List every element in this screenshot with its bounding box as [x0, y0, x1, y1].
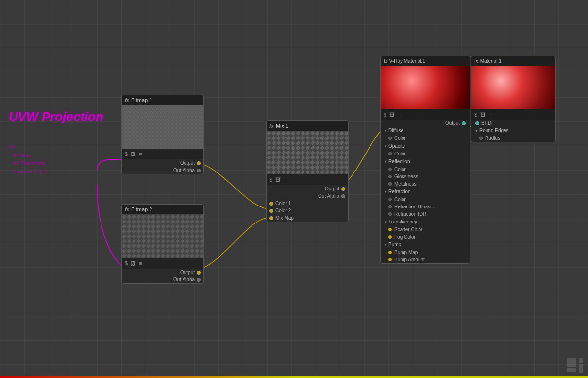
vray-diffuse-color-dot[interactable] [388, 137, 392, 140]
bitmap2-texture [122, 214, 203, 258]
bitmap2-footer: $ 🖼 ≡ [122, 258, 203, 269]
vray-fog-color: Fog Color [381, 233, 470, 241]
vray-opacity-color-dot[interactable] [388, 152, 392, 155]
bitmap2-output-label: Output [180, 270, 195, 275]
vray-glossiness-label: Glossiness [394, 174, 418, 179]
bitmap2-menu-icon[interactable]: ≡ [139, 260, 142, 266]
mix1-color1-dot[interactable] [269, 202, 273, 206]
bitmap1-fx-badge: fx [125, 98, 129, 103]
bitmap1-output-dot[interactable] [197, 161, 201, 165]
vray-opacity-color: Color [381, 150, 470, 157]
bitmap1-dollar-icon[interactable]: $ [125, 151, 128, 157]
material1-radius-dot[interactable] [479, 137, 483, 140]
material1-brdf-dot[interactable] [475, 121, 479, 125]
vray-refraction-color: Color [381, 196, 470, 203]
bitmap2-dollar-icon[interactable]: $ [125, 260, 128, 266]
vray-refraction-ior-dot[interactable] [388, 212, 392, 216]
vray-bump-amount-dot[interactable] [388, 258, 392, 261]
vray-dollar-icon[interactable]: $ [384, 112, 386, 118]
vray-translucency-label: Translucency [388, 219, 417, 224]
bitmap2-header: fx Bitmap.2 [122, 205, 203, 214]
mix1-header: fx Mix.1 [267, 121, 348, 131]
bitmap2-fx-badge: fx [125, 207, 129, 212]
mix1-outalpha-port: Out Alpha [267, 192, 348, 200]
bitmap2-footer-icons: $ 🖼 ≡ [125, 260, 142, 266]
mix1-footer: $ 🖼 ≡ [267, 174, 348, 185]
bitmap1-output-port: Output [122, 159, 203, 167]
vray-output-label: Output [445, 120, 460, 126]
vray-diffuse-section[interactable]: Diffuse [381, 126, 470, 135]
vray-opacity-color-label: Color [394, 151, 406, 156]
bitmap2-output-port: Output [122, 269, 203, 276]
mix1-output-label: Output [325, 186, 339, 191]
vray-refraction-ior: Refraction IOR [381, 210, 470, 218]
vray-refraction-ior-label: Refraction IOR [394, 211, 426, 217]
vray-scatter-dot[interactable] [388, 228, 392, 231]
vray-opacity-section[interactable]: Opacity [381, 142, 470, 150]
material1-round-edges-section[interactable]: Round Edges [471, 126, 555, 135]
vray-output-dot[interactable] [462, 121, 466, 125]
vray-refraction-color-dot[interactable] [388, 198, 392, 201]
vray-reflection-color: Color [381, 166, 470, 173]
vray-reflection-color-dot[interactable] [388, 168, 392, 171]
mix1-mixmap-port: Mix Map [267, 214, 348, 222]
material1-round-edges-label: Round Edges [479, 128, 509, 133]
vray-menu-icon[interactable]: ≡ [398, 112, 401, 118]
vray-reflection-section[interactable]: Reflection [381, 157, 470, 166]
vray-refraction-glossi-dot[interactable] [388, 205, 392, 208]
mix1-outalpha-dot[interactable] [341, 194, 345, 198]
vray-metalness-dot[interactable] [388, 182, 392, 186]
material1-image-icon[interactable]: 🖼 [480, 112, 486, 118]
material1-radius-label: Radius [485, 136, 500, 141]
vray-output-port: Output [381, 120, 470, 126]
vray-footer-icons: $ 🖼 ≡ [384, 112, 401, 118]
vray-bump-label: Bump [388, 242, 401, 247]
vray-diffuse-color-label: Color [394, 136, 406, 141]
bitmap2-outalpha-port: Out Alpha [122, 276, 203, 283]
material1-menu-icon[interactable]: ≡ [488, 112, 491, 118]
mix1-dollar-icon[interactable]: $ [269, 177, 272, 183]
vray-translucency-section[interactable]: Translucency [381, 218, 470, 226]
mix1-output-dot[interactable] [341, 187, 345, 191]
vray-footer: $ 🖼 ≡ [381, 109, 470, 120]
vray-bump-section[interactable]: Bump [381, 241, 470, 249]
material1-footer: $ 🖼 ≡ [471, 109, 555, 120]
vray-glossiness: Glossiness [381, 173, 470, 180]
bitmap2-outalpha-dot[interactable] [197, 278, 201, 282]
mix1-mixmap-dot[interactable] [269, 216, 273, 220]
material1-brdf-label: BRDF [481, 120, 494, 126]
material1-brdf-port: BRDF [471, 120, 555, 126]
bitmap1-footer: $ 🖼 ≡ [122, 149, 203, 159]
bitmap1-menu-icon[interactable]: ≡ [139, 151, 142, 157]
bitmap2-output-dot[interactable] [197, 271, 201, 275]
vray-bump-map-label: Bump Map [394, 250, 418, 255]
vray-glossiness-dot[interactable] [388, 175, 392, 178]
bitmap1-preview [122, 105, 203, 149]
vray-bump-map-dot[interactable] [388, 251, 392, 254]
mix1-menu-icon[interactable]: ≡ [284, 177, 286, 183]
bitmap1-title: Bitmap.1 [131, 97, 152, 103]
bitmap2-image-icon[interactable]: 🖼 [131, 260, 136, 266]
vray-diffuse-color: Color [381, 135, 470, 142]
bitmap2-node: fx Bitmap.2 $ 🖼 ≡ Output Out Alpha [121, 204, 204, 284]
mix1-node: fx Mix.1 $ 🖼 ≡ Output Out Alpha Color 1 … [266, 120, 349, 222]
bitmap1-outalpha-dot[interactable] [197, 169, 201, 172]
material1-radius: Radius [471, 135, 555, 142]
material1-dollar-icon[interactable]: $ [474, 112, 477, 118]
uvw-projection-label: UVW Projection [9, 109, 103, 124]
mix1-image-icon[interactable]: 🖼 [275, 177, 281, 183]
material1-preview [471, 66, 555, 109]
vray-metalness: Metalness [381, 180, 470, 188]
bitmap1-node: fx Bitmap.1 $ 🖼 ≡ Output Out Alpha [121, 95, 204, 174]
bitmap1-outalpha-port: Out Alpha [122, 167, 203, 174]
vray-bump-amount-label: Bump Amount [394, 257, 425, 262]
vray-image-icon[interactable]: 🖼 [389, 112, 395, 118]
vray-bump-amount: Bump Amount [381, 256, 470, 263]
bitmap1-image-icon[interactable]: 🖼 [131, 151, 136, 157]
bitmap2-title: Bitmap.2 [131, 206, 152, 212]
mix1-color2-dot[interactable] [269, 209, 273, 213]
bitmap1-footer-icons: $ 🖼 ≡ [125, 151, 142, 157]
vray-refraction-section[interactable]: Refraction [381, 188, 470, 196]
vray-preview [381, 66, 470, 109]
vray-fog-dot[interactable] [388, 235, 392, 239]
